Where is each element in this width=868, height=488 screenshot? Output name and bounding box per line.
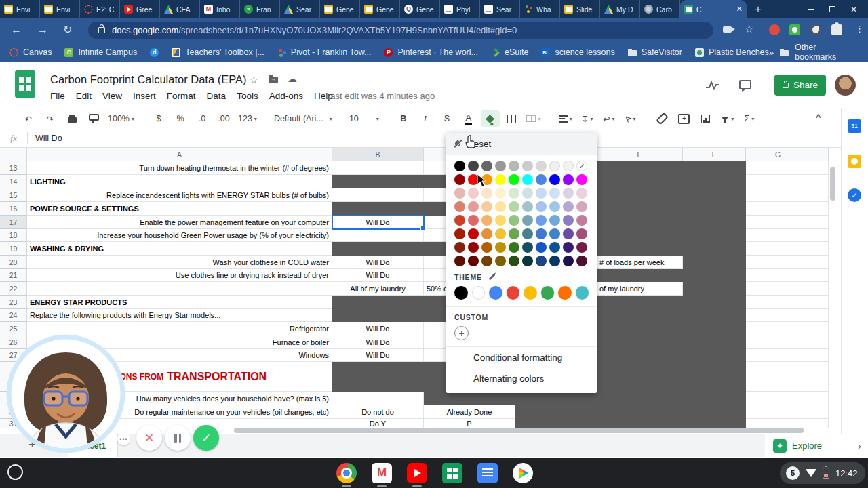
cell-F29[interactable] bbox=[683, 392, 746, 405]
row-header-17[interactable]: 17 bbox=[0, 216, 27, 229]
print-icon[interactable] bbox=[62, 110, 81, 127]
toolbar-collapse-icon[interactable]: ^ bbox=[816, 112, 821, 122]
cell-G16[interactable] bbox=[746, 202, 810, 216]
color-swatch-a4c2f4[interactable] bbox=[536, 201, 547, 212]
cell-B22[interactable]: All of my laundry bbox=[332, 282, 424, 296]
cell-F28[interactable] bbox=[683, 362, 746, 392]
recording-pause-button[interactable] bbox=[165, 425, 191, 451]
bookmark-star-icon[interactable]: ☆ bbox=[745, 23, 753, 35]
cell-H25[interactable] bbox=[810, 322, 829, 336]
cell-F15[interactable] bbox=[683, 188, 746, 202]
cell-F27[interactable] bbox=[683, 349, 746, 362]
cell-C29[interactable] bbox=[424, 392, 515, 405]
font-select[interactable]: Default (Ari...▾ bbox=[272, 110, 334, 127]
color-swatch-999999[interactable] bbox=[495, 161, 506, 171]
insert-chart-icon[interactable] bbox=[696, 110, 715, 127]
cell-H15[interactable] bbox=[810, 188, 829, 202]
cell-C30[interactable]: Already Done bbox=[424, 405, 515, 419]
browser-tab-12[interactable]: Phyl bbox=[440, 0, 480, 18]
cell-B23[interactable] bbox=[332, 296, 424, 309]
menu-view[interactable]: View bbox=[97, 89, 127, 102]
cell-H14[interactable] bbox=[810, 175, 829, 188]
menu-file[interactable]: File bbox=[45, 89, 71, 102]
status-tray[interactable]: 5 12:42 bbox=[780, 462, 865, 484]
cell-G19[interactable] bbox=[746, 242, 810, 256]
color-swatch-7f6000[interactable] bbox=[495, 256, 506, 266]
bookmark-9[interactable]: SafeVisitor bbox=[628, 47, 682, 57]
filter-icon[interactable]: ▾ bbox=[718, 110, 737, 127]
cell-A14[interactable]: LIGHTING bbox=[27, 175, 332, 188]
color-swatch-3d85c6[interactable] bbox=[549, 228, 560, 239]
cell-B15[interactable] bbox=[332, 188, 424, 202]
color-swatch-85200c[interactable] bbox=[454, 242, 465, 253]
menu-data[interactable]: Data bbox=[201, 89, 232, 102]
cell-C31[interactable]: P bbox=[424, 419, 515, 428]
browser-tab-14[interactable]: Wha bbox=[520, 0, 560, 18]
color-swatch-ff9900[interactable] bbox=[481, 174, 492, 185]
cell-E31[interactable] bbox=[597, 419, 683, 428]
cell-H19[interactable] bbox=[810, 242, 829, 256]
theme-color-swatch-ea4335[interactable] bbox=[507, 286, 520, 300]
cell-D30[interactable] bbox=[515, 405, 597, 419]
color-swatch-45818e[interactable] bbox=[522, 228, 533, 239]
color-swatch-0c343d[interactable] bbox=[522, 256, 533, 266]
cell-F13[interactable] bbox=[683, 161, 746, 175]
cell-E29[interactable] bbox=[597, 392, 683, 405]
bookmark-6[interactable]: Pinterest · The worl... bbox=[384, 47, 478, 57]
text-wrap-button[interactable]: ↩▾ bbox=[599, 110, 618, 127]
browser-tab-4[interactable]: Gree bbox=[120, 0, 160, 18]
account-avatar[interactable] bbox=[835, 75, 856, 96]
bookmark-3[interactable] bbox=[150, 48, 159, 57]
cell-H26[interactable] bbox=[810, 336, 829, 349]
color-swatch-38761d[interactable] bbox=[509, 242, 519, 253]
color-swatch-1155cc[interactable] bbox=[536, 242, 547, 253]
browser-tab-5[interactable]: CFA bbox=[160, 0, 200, 18]
color-swatch-76a5af[interactable] bbox=[522, 215, 533, 226]
cell-G14[interactable] bbox=[746, 175, 810, 188]
color-swatch-a2c4c9[interactable] bbox=[522, 201, 533, 212]
browser-tab-6[interactable]: Inbo bbox=[200, 0, 240, 18]
cell-H22[interactable] bbox=[810, 282, 829, 296]
collapse-panel-icon[interactable]: › bbox=[858, 440, 861, 451]
cell-F18[interactable] bbox=[683, 229, 746, 242]
paint-format-icon[interactable] bbox=[84, 110, 103, 127]
cell-E15[interactable] bbox=[597, 188, 683, 202]
cell-B29[interactable] bbox=[332, 392, 424, 405]
horizontal-align-button[interactable]: ▾ bbox=[556, 110, 575, 127]
cell-H21[interactable] bbox=[810, 269, 829, 282]
cell-B28[interactable] bbox=[332, 362, 424, 392]
cell-G28[interactable] bbox=[746, 362, 810, 392]
fill-color-button[interactable] bbox=[481, 110, 500, 127]
color-swatch-f4cccc[interactable] bbox=[468, 188, 479, 199]
browser-tab-17[interactable]: Carb bbox=[640, 0, 680, 18]
theme-color-swatch-000000[interactable] bbox=[454, 286, 468, 300]
cell-G31[interactable] bbox=[746, 419, 810, 428]
color-swatch-ff00ff[interactable] bbox=[576, 174, 587, 185]
cell-G30[interactable] bbox=[746, 405, 810, 419]
color-swatch-a64d79[interactable] bbox=[576, 228, 587, 239]
bookmarks-overflow-icon[interactable]: » bbox=[769, 47, 774, 58]
color-swatch-d9d9d9[interactable] bbox=[536, 161, 547, 171]
color-swatch-ea9999[interactable] bbox=[468, 201, 479, 212]
color-swatch-cfe2f3[interactable] bbox=[549, 188, 560, 199]
column-header-A[interactable]: A bbox=[27, 148, 332, 161]
cell-G15[interactable] bbox=[746, 188, 810, 202]
color-swatch-a61c00[interactable] bbox=[454, 228, 465, 239]
youtube-app-icon[interactable] bbox=[407, 463, 427, 483]
browser-tab-8[interactable]: Sear bbox=[280, 0, 320, 18]
cell-G24[interactable] bbox=[746, 309, 810, 322]
cell-H30[interactable] bbox=[810, 405, 829, 419]
cell-G29[interactable] bbox=[746, 392, 810, 405]
cell-A23[interactable]: ENERGY STAR PRODUCTS bbox=[27, 296, 332, 309]
comment-history-icon[interactable] bbox=[739, 80, 751, 89]
spreadsheet-grid[interactable]: ABCDEFG13Turn down heating thermostat in… bbox=[0, 148, 841, 428]
forward-icon[interactable]: → bbox=[37, 24, 48, 36]
redo-icon[interactable]: ↷ bbox=[41, 110, 60, 127]
document-title[interactable]: Carbon Footprint Calculator Data (EPA) bbox=[50, 73, 246, 86]
cell-A21[interactable]: Use clothes line or drying rack instead … bbox=[27, 269, 332, 282]
color-swatch-434343[interactable] bbox=[468, 161, 479, 171]
cell-B14[interactable] bbox=[332, 175, 424, 188]
cell-F17[interactable] bbox=[683, 216, 746, 229]
color-swatch-cc4125[interactable] bbox=[454, 215, 465, 226]
font-size-select[interactable]: 10▾ bbox=[347, 110, 381, 127]
